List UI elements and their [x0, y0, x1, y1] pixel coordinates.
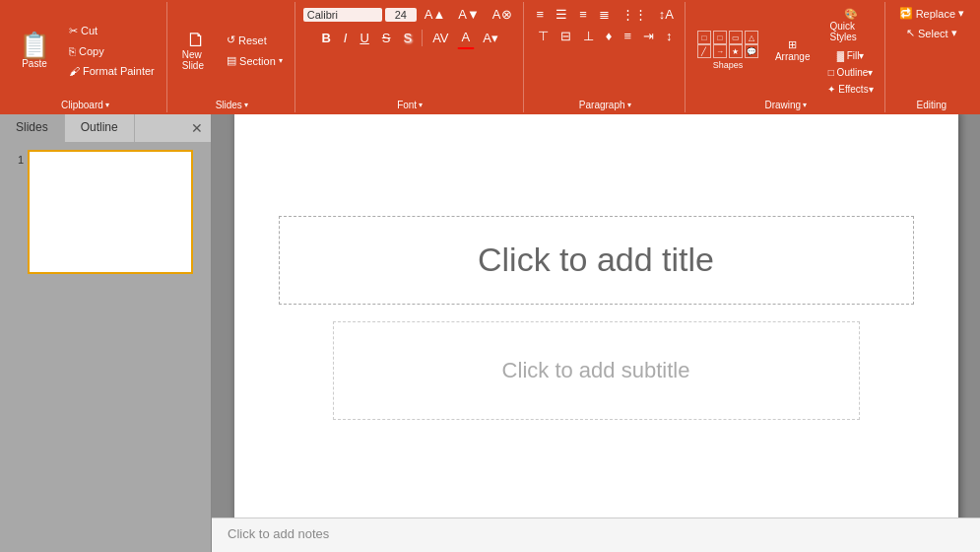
- shapes-row-2: ╱ → ★ 💬: [697, 44, 758, 58]
- smart-art-button[interactable]: ♦: [601, 26, 618, 46]
- align-top-button[interactable]: ⊤: [533, 26, 554, 46]
- clear-format-button[interactable]: A⊗: [488, 4, 517, 26]
- select-button[interactable]: ↖ Select ▾: [900, 24, 963, 42]
- align-center-button[interactable]: ☰: [551, 4, 572, 25]
- format-painter-icon: 🖌: [69, 65, 80, 77]
- section-button[interactable]: ▤ Section ▾: [221, 51, 289, 70]
- replace-button[interactable]: 🔁 Replace ▾: [893, 4, 970, 23]
- paragraph-content: ≡ ☰ ≡ ≣ ⋮⋮ ↕A ⊤ ⊟ ⊥ ♦ ≡ ⇥ ↕: [532, 4, 679, 97]
- panel-close-button[interactable]: ✕: [183, 114, 211, 142]
- slides-content: 1: [0, 142, 211, 552]
- slides-group: 🗋 New Slide ↺ Reset ▤ Section ▾ Slides ▾: [169, 2, 295, 112]
- new-slide-button[interactable]: 🗋 New Slide: [175, 26, 217, 75]
- drawing-expand-icon[interactable]: ▾: [803, 101, 807, 109]
- line-spacing-button[interactable]: ↕: [661, 26, 678, 46]
- arrange-button[interactable]: ⊞ Arrange: [768, 34, 817, 66]
- notes-area[interactable]: Click to add notes: [212, 518, 980, 552]
- font-size-input[interactable]: [385, 8, 417, 22]
- copy-button[interactable]: ⎘ Copy: [63, 42, 161, 60]
- bold-button[interactable]: B: [316, 28, 335, 49]
- cut-button[interactable]: ✂ Cut: [63, 22, 161, 40]
- justify-button[interactable]: ≣: [594, 4, 615, 25]
- text-direction-button[interactable]: ↕A: [654, 4, 679, 25]
- highlight-button[interactable]: A▾: [478, 28, 503, 49]
- reset-icon: ↺: [227, 34, 235, 46]
- clipboard-expand-icon[interactable]: ▾: [105, 101, 109, 109]
- slide-canvas-wrapper: Click to add title Click to add subtitle: [212, 114, 980, 518]
- font-group-label: Font ▾: [397, 99, 423, 110]
- font-color-button[interactable]: A: [457, 27, 476, 49]
- increase-font-button[interactable]: A▲: [420, 4, 451, 26]
- arrange-icon: ⊞: [788, 38, 797, 51]
- clipboard-sub-buttons: ✂ Cut ⎘ Copy 🖌 Format Painter: [63, 22, 161, 80]
- slides-tabs: Slides Outline ✕: [0, 114, 211, 142]
- canvas-area: Click to add title Click to add subtitle…: [212, 114, 980, 552]
- text-direction-row: ≡ ☰ ≡ ≣ ⋮⋮ ↕A: [532, 4, 679, 25]
- slides-tab[interactable]: Slides: [0, 114, 65, 142]
- arrange-button-group: ⊞ Arrange: [768, 34, 817, 66]
- decrease-font-button[interactable]: A▼: [453, 4, 485, 26]
- paragraph-expand-icon[interactable]: ▾: [627, 101, 631, 109]
- shape-outline-button[interactable]: □ Outline▾: [823, 65, 879, 80]
- slide-number-1: 1: [8, 154, 24, 166]
- shadow-button[interactable]: S: [398, 28, 417, 49]
- align-right-button[interactable]: ≡: [574, 4, 592, 25]
- align-middle-button[interactable]: ⊟: [555, 26, 576, 46]
- bullet-list-button[interactable]: ≡: [619, 26, 636, 46]
- subtitle-placeholder[interactable]: Click to add subtitle: [333, 321, 860, 420]
- shape-effects-button[interactable]: ✦ Effects▾: [822, 82, 878, 97]
- clipboard-group-label: Clipboard ▾: [61, 99, 109, 110]
- italic-button[interactable]: I: [339, 28, 353, 49]
- font-name-input[interactable]: [303, 8, 382, 22]
- quick-styles-button[interactable]: 🎨 Quick Styles: [822, 4, 878, 46]
- editing-group: 🔁 Replace ▾ ↖ Select ▾ Editing: [887, 2, 976, 112]
- align-left-button[interactable]: ≡: [532, 4, 550, 25]
- notes-placeholder-text: Click to add notes: [228, 526, 329, 541]
- format-painter-button[interactable]: 🖌 Format Painter: [63, 62, 161, 80]
- slides-expand-icon[interactable]: ▾: [244, 101, 248, 109]
- replace-icon: 🔁: [899, 7, 913, 20]
- shape-rect2: □: [713, 31, 727, 44]
- slides-content: 🗋 New Slide ↺ Reset ▤ Section ▾: [175, 4, 289, 97]
- slide-thumbnail-1[interactable]: [28, 150, 193, 274]
- char-spacing-button[interactable]: AV: [427, 28, 453, 49]
- section-arrow-icon: ▾: [279, 56, 283, 65]
- shape-arrow: →: [713, 44, 727, 58]
- quick-styles-icon: 🎨: [844, 8, 858, 21]
- shape-line: ╱: [697, 44, 711, 58]
- align-bottom-button[interactable]: ⊥: [578, 26, 599, 46]
- copy-icon: ⎘: [69, 45, 76, 57]
- drawing-group: □ □ ▭ △ ╱ → ★ 💬 Shapes ⊞ Arrange: [687, 2, 885, 112]
- slides-panel: Slides Outline ✕ 1: [0, 114, 212, 552]
- font-separator: [422, 30, 423, 46]
- underline-button[interactable]: U: [355, 28, 373, 49]
- columns-button[interactable]: ⋮⋮: [617, 4, 652, 25]
- font-group: A▲ A▼ A⊗ B I U S S AV A A▾ Font ▾: [297, 2, 524, 112]
- outline-tab[interactable]: Outline: [65, 114, 135, 142]
- indent-button[interactable]: ⇥: [638, 26, 659, 46]
- select-arrow-icon: ▾: [951, 27, 957, 39]
- paste-button[interactable]: 📋 Paste: [10, 28, 59, 74]
- font-expand-icon[interactable]: ▾: [419, 101, 423, 109]
- quick-styles-group: 🎨 Quick Styles ▓ Fill▾ □ Outline▾ ✦ Effe…: [822, 4, 878, 97]
- slide-canvas[interactable]: Click to add title Click to add subtitle: [234, 114, 958, 518]
- slides-sub-buttons: ↺ Reset ▤ Section ▾: [221, 31, 289, 70]
- editing-group-label: Editing: [917, 99, 947, 110]
- title-placeholder[interactable]: Click to add title: [279, 216, 914, 305]
- ribbon: 📋 Paste ✂ Cut ⎘ Copy 🖌 Format Painter C: [0, 0, 980, 114]
- strikethrough-button[interactable]: S: [377, 28, 396, 49]
- slide-thumb-container-1: 1: [8, 150, 203, 274]
- select-icon: ↖: [906, 27, 915, 39]
- title-placeholder-text: Click to add title: [478, 241, 714, 279]
- reset-button[interactable]: ↺ Reset: [221, 31, 289, 49]
- replace-arrow-icon: ▾: [958, 7, 964, 20]
- new-slide-icon: 🗋: [186, 30, 206, 49]
- main-area: Slides Outline ✕ 1 Click to add title Cl…: [0, 114, 980, 552]
- section-icon: ▤: [227, 54, 236, 67]
- font-name-size-row: A▲ A▼ A⊗: [303, 4, 517, 26]
- paragraph-group-label: Paragraph ▾: [579, 99, 631, 110]
- paste-icon: 📋: [19, 33, 50, 58]
- paragraph-group: ≡ ☰ ≡ ≣ ⋮⋮ ↕A ⊤ ⊟ ⊥ ♦ ≡ ⇥ ↕ Paragraph ▾: [526, 2, 686, 112]
- shapes-gallery[interactable]: □ □ ▭ △ ╱ → ★ 💬 Shapes: [693, 29, 762, 72]
- shape-fill-button[interactable]: ▓ Fill▾: [832, 48, 870, 63]
